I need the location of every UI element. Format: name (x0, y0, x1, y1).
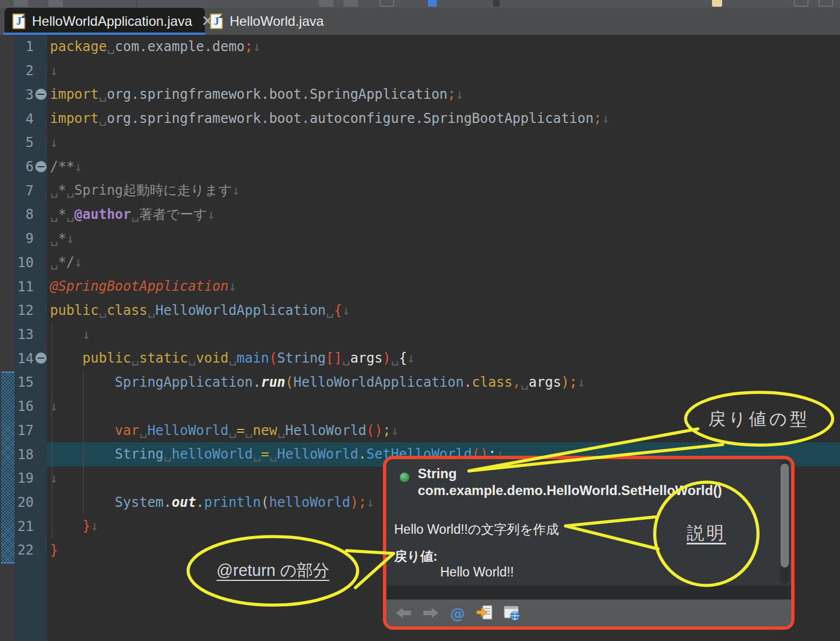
tab-label: HelloWorldApplication.java (32, 13, 192, 29)
line-number-row: 1 (15, 35, 47, 59)
line-number-row: 22 (15, 538, 47, 562)
code-line-17[interactable]: var␣HelloWorld␣=␣new␣HelloWorld();↓ (47, 419, 840, 443)
line-number-row: 6 (15, 155, 47, 179)
toolbar-icon[interactable] (344, 0, 358, 7)
java-file-icon: J (210, 13, 223, 29)
javadoc-content: String com.example.demo.HelloWorld.SetHe… (386, 459, 791, 585)
code-line-9[interactable]: ␣*↓ (47, 227, 840, 251)
line-number-row: 19 (15, 466, 47, 491)
line-number-row: 11 (15, 274, 47, 299)
line-number-row: 8 (15, 203, 47, 227)
line-number-gutter: 12345678910111213141516171819202122 (15, 35, 47, 562)
tab-helloworldapplication-java[interactable]: J HelloWorldApplication.java ✕ (4, 8, 205, 35)
public-method-icon (400, 473, 409, 482)
line-number-row: 16 (15, 395, 47, 419)
line-number-row: 13 (15, 323, 47, 347)
code-line-10[interactable]: ␣*/↓ (47, 250, 840, 274)
toolbar-icon[interactable] (380, 0, 394, 7)
line-number-row: 15 (15, 370, 47, 395)
code-line-5[interactable]: ↓ (47, 131, 840, 155)
top-toolbar (0, 0, 840, 8)
line-number-row: 10 (15, 250, 47, 274)
popup-return-type: String (418, 466, 456, 482)
code-line-8[interactable]: ␣*␣@author␣著者でーす↓ (47, 203, 840, 227)
annotation-strip (0, 35, 15, 641)
code-line-11[interactable]: @SpringBootApplication↓ (47, 274, 840, 299)
code-line-13[interactable]: ↓ (47, 323, 840, 347)
toolbar-icon[interactable] (48, 0, 63, 7)
code-line-1[interactable]: package␣com.example.demo;↓ (47, 35, 840, 59)
toolbar-icon[interactable] (428, 0, 437, 7)
line-number-row: 20 (15, 491, 47, 515)
at-sign-icon[interactable]: @ (448, 605, 467, 621)
toolbar-icon[interactable] (13, 0, 28, 7)
popup-returns-label: 戻り値: (394, 548, 437, 565)
ide-window: J HelloWorldApplication.java ✕ J HelloWo… (0, 0, 840, 641)
back-arrow-icon[interactable] (394, 605, 413, 621)
line-number-row: 3 (15, 83, 47, 107)
line-number-row: 17 (15, 419, 47, 443)
code-line-3[interactable]: import␣org.springframework.boot.SpringAp… (47, 83, 840, 107)
toolbar-icon[interactable] (794, 0, 809, 7)
line-number-row: 2 (15, 59, 47, 83)
line-number-row: 14 (15, 346, 47, 370)
code-line-2[interactable]: ↓ (47, 59, 840, 83)
javadoc-hover-popup: String com.example.demo.HelloWorld.SetHe… (383, 456, 795, 630)
code-line-15[interactable]: SpringApplication.run(HelloWorldApplicat… (47, 370, 840, 395)
line-number-row: 12 (15, 299, 47, 323)
toolbar-separator (136, 0, 138, 7)
fold-marker-icon[interactable] (35, 161, 47, 172)
line-number-row: 18 (15, 442, 47, 466)
line-number-row: 9 (15, 227, 47, 251)
popup-divider (386, 585, 791, 599)
toolbar-icon[interactable] (712, 0, 722, 7)
popup-returns-value: Hello World!! (440, 565, 514, 580)
open-in-browser-icon[interactable] (502, 605, 521, 621)
tab-label: HelloWorld.java (230, 13, 324, 29)
code-line-16[interactable]: ↓ (47, 395, 840, 419)
toolbar-icon[interactable] (493, 0, 500, 7)
show-in-javadoc-view-icon[interactable] (475, 605, 494, 621)
line-number-row: 5 (15, 131, 47, 155)
popup-method-signature: com.example.demo.HelloWorld.SetHelloWorl… (418, 483, 722, 498)
toolbar-icon[interactable] (319, 0, 334, 7)
fold-marker-icon[interactable] (35, 352, 47, 364)
line-number-row: 21 (15, 514, 47, 538)
forward-arrow-icon[interactable] (421, 605, 440, 621)
popup-description: Hello World!!の文字列を作成 (394, 521, 559, 538)
java-file-icon: J (12, 13, 25, 29)
line-number-row: 4 (15, 107, 47, 131)
popup-toolbar: @ (386, 599, 791, 626)
code-line-6[interactable]: /**↓ (47, 155, 840, 179)
editor-tab-bar: J HelloWorldApplication.java ✕ J HelloWo… (0, 8, 840, 35)
line-number-row: 7 (15, 178, 47, 203)
popup-scrollbar-thumb[interactable] (780, 464, 789, 567)
fold-marker-icon[interactable] (35, 89, 47, 100)
at-return-bubble-label: @return の部分 (194, 560, 351, 582)
code-line-12[interactable]: public␣class␣HelloWorldApplication␣{↓ (47, 299, 840, 323)
tab-helloworld-java[interactable]: J HelloWorld.java (207, 8, 325, 35)
code-line-4[interactable]: import␣org.springframework.boot.autoconf… (47, 107, 840, 131)
code-line-14[interactable]: public␣static␣void␣main(String[]␣args)␣{… (47, 346, 840, 370)
code-line-7[interactable]: ␣*␣Spring起動時に走ります↓ (47, 178, 840, 203)
toolbar-icon[interactable] (819, 0, 833, 7)
change-range-bar (1, 372, 15, 564)
